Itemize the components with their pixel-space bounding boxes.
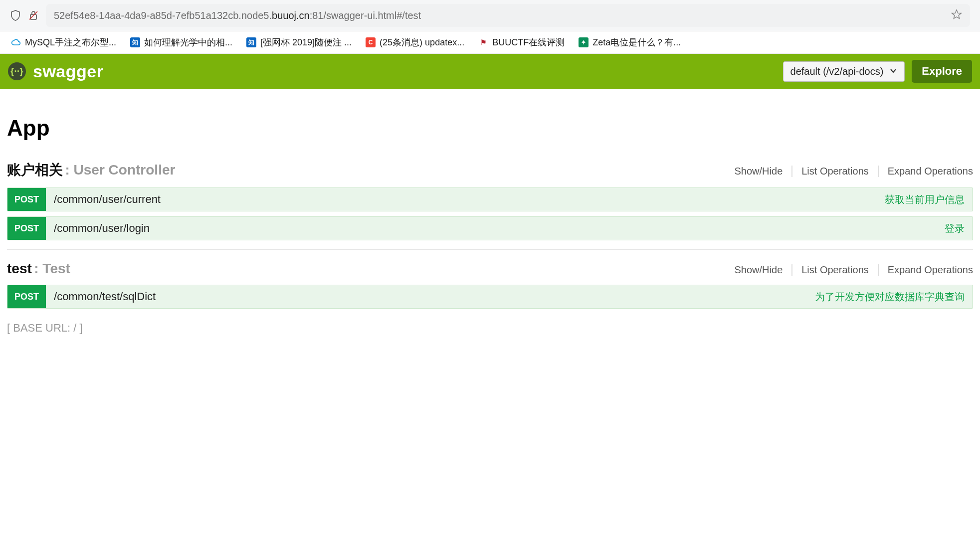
operation-row[interactable]: POST /common/user/login 登录 (7, 216, 973, 240)
operation-path: /common/user/current (46, 188, 877, 211)
bookmark-item[interactable]: 知 [强网杯 2019]随便注 ... (246, 36, 352, 48)
controller-name[interactable]: test (7, 261, 32, 276)
cloud-icon (11, 37, 21, 47)
bookmark-item[interactable]: 知 如何理解光学中的相... (130, 36, 232, 48)
expand-operations-link[interactable]: Expand Operations (879, 166, 973, 177)
operation-row[interactable]: POST /common/user/current 获取当前用户信息 (7, 187, 973, 211)
bookmark-label: BUUCTF在线评测 (492, 36, 565, 48)
expand-operations-link[interactable]: Expand Operations (879, 264, 973, 276)
csdn-icon: C (366, 37, 376, 47)
controller-subtitle: : User Controller (65, 162, 175, 178)
bookmark-label: (25条消息) updatex... (380, 36, 464, 48)
operation-description: 登录 (937, 217, 973, 240)
main-content: App 账户相关 : User Controller Show/Hide Lis… (0, 89, 980, 350)
browser-address-bar: 52ef54e8-14aa-4da9-a85d-7efb51a132cb.nod… (0, 0, 980, 31)
bookmark-label: MySQL手注之布尔型... (25, 36, 116, 48)
operation-path: /common/user/login (46, 217, 937, 240)
show-hide-link[interactable]: Show/Hide (726, 264, 793, 276)
http-method-badge: POST (7, 217, 46, 240)
base-url-label: [ BASE URL: / ] (7, 322, 973, 335)
page-title: App (7, 116, 973, 141)
bookmark-item[interactable]: ⚑ BUUCTF在线评测 (478, 36, 565, 48)
operation-description: 为了开发方便对应数据库字典查询 (807, 285, 973, 308)
controller-subtitle: : Test (34, 261, 70, 276)
section-divider (7, 249, 973, 250)
bookmark-item[interactable]: ✦ Zeta电位是什么？有... (579, 36, 681, 48)
controller-header: 账户相关 : User Controller Show/Hide List Op… (7, 161, 973, 182)
zhihu-icon: 知 (246, 37, 256, 47)
buuctf-icon: ⚑ (478, 37, 488, 47)
bookmark-label: [强网杯 2019]随便注 ... (260, 36, 352, 48)
bookmarks-bar: MySQL手注之布尔型... 知 如何理解光学中的相... 知 [强网杯 201… (0, 31, 980, 54)
bookmark-item[interactable]: MySQL手注之布尔型... (11, 36, 116, 48)
url-text: 52ef54e8-14aa-4da9-a85d-7efb51a132cb.nod… (54, 10, 421, 21)
controller-actions: Show/Hide List Operations Expand Operati… (726, 264, 973, 276)
http-method-badge: POST (7, 188, 46, 211)
svg-marker-2 (952, 10, 961, 18)
lock-slash-icon[interactable] (28, 10, 39, 21)
chevron-down-icon (889, 66, 897, 77)
show-hide-link[interactable]: Show/Hide (726, 166, 793, 177)
swagger-logo[interactable]: {··} swagger (8, 62, 103, 81)
controller-name[interactable]: 账户相关 (7, 162, 63, 178)
swagger-mark-icon: {··} (8, 62, 26, 80)
list-operations-link[interactable]: List Operations (792, 264, 879, 276)
bookmark-star-icon[interactable] (951, 9, 962, 22)
api-spec-selector[interactable]: default (/v2/api-docs) (783, 61, 905, 82)
swagger-topbar: {··} swagger default (/v2/api-docs) Expl… (0, 54, 980, 89)
operation-description: 获取当前用户信息 (877, 188, 973, 211)
operation-row[interactable]: POST /common/test/sqlDict 为了开发方便对应数据库字典查… (7, 285, 973, 309)
list-operations-link[interactable]: List Operations (792, 166, 879, 177)
zhihu-icon: 知 (130, 37, 140, 47)
explore-button[interactable]: Explore (912, 60, 972, 83)
bookmark-label: 如何理解光学中的相... (144, 36, 232, 48)
bookmark-item[interactable]: C (25条消息) updatex... (366, 36, 464, 48)
url-input[interactable]: 52ef54e8-14aa-4da9-a85d-7efb51a132cb.nod… (46, 4, 970, 27)
http-method-badge: POST (7, 285, 46, 308)
zeta-icon: ✦ (579, 37, 588, 47)
shield-icon[interactable] (10, 10, 21, 21)
swagger-brand-text: swagger (33, 62, 103, 81)
controller-actions: Show/Hide List Operations Expand Operati… (726, 166, 973, 177)
api-spec-selected: default (/v2/api-docs) (790, 66, 884, 77)
bookmark-label: Zeta电位是什么？有... (592, 36, 681, 48)
controller-header: test : Test Show/Hide List Operations Ex… (7, 261, 973, 280)
operation-path: /common/test/sqlDict (46, 285, 807, 308)
